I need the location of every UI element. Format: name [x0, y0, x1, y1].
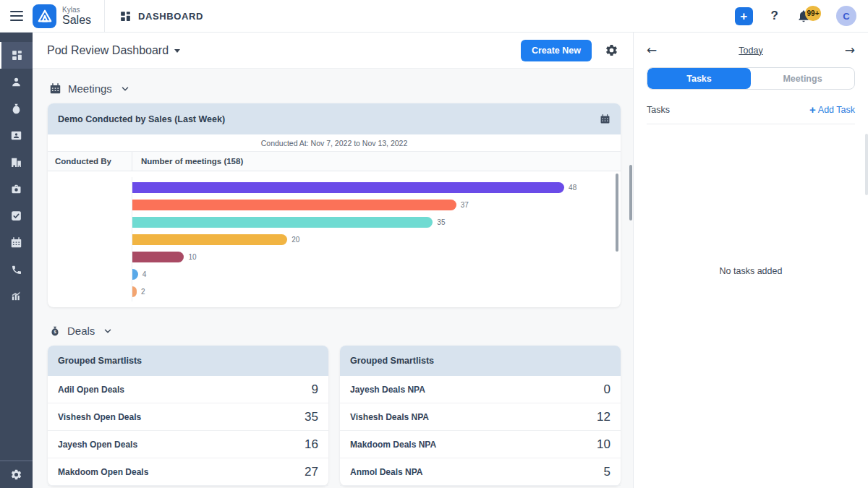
- dashboard-selector[interactable]: Pod Review Dashboard: [47, 44, 180, 57]
- tasks-header-row: Tasks + Add Task: [647, 103, 855, 116]
- panel-scrollbar[interactable]: [865, 134, 868, 195]
- chart-scrollbar[interactable]: [616, 174, 618, 252]
- tab-tasks[interactable]: Tasks: [647, 68, 751, 89]
- bar[interactable]: [132, 234, 287, 245]
- sidebar-item-calls[interactable]: [0, 256, 33, 283]
- smartlist-card-title: Grouped Smartlists: [350, 356, 434, 366]
- chart-category-column: [48, 177, 132, 301]
- brand[interactable]: Kylas Sales: [33, 4, 104, 28]
- prev-day-button[interactable]: ←: [647, 44, 657, 56]
- sidebar-item-tasks[interactable]: [0, 202, 33, 229]
- smartlist-row[interactable]: Makdoom Deals NPA10: [340, 431, 621, 458]
- main-scrollbar[interactable]: [629, 165, 632, 221]
- meetings-chart-card: Demo Conducted by Sales (Last Week) Cond…: [48, 103, 621, 307]
- bar[interactable]: [132, 217, 433, 228]
- today-link[interactable]: Today: [739, 46, 762, 56]
- smartlist-value: 35: [305, 410, 318, 424]
- smartlist-label: Jayesh Open Deals: [58, 440, 137, 450]
- smartlist-rows: Jayesh Deals NPA0Vishesh Deals NPA12Makd…: [340, 376, 621, 486]
- reports-chart-icon: [10, 290, 22, 302]
- chart-date-filter-button[interactable]: [600, 114, 610, 124]
- page-title: Pod Review Dashboard: [47, 44, 169, 57]
- smartlist-value: 5: [604, 465, 610, 479]
- sidebar-item-companies[interactable]: [0, 149, 33, 176]
- brand-name: Kylas: [62, 6, 91, 14]
- smartlist-label: Jayesh Deals NPA: [350, 385, 425, 395]
- sidebar-item-deals[interactable]: [0, 95, 33, 122]
- leads-card-icon: [10, 129, 22, 142]
- chart-col1-header: Conducted By: [48, 152, 132, 171]
- smartlist-row[interactable]: Jayesh Deals NPA0: [340, 376, 621, 403]
- calls-phone-icon: [11, 264, 22, 275]
- chevron-down-icon: [120, 84, 130, 94]
- smartlist-card: Grouped Smartlists Adil Open Deals9Vishe…: [48, 346, 328, 486]
- main-header: Pod Review Dashboard Create New: [33, 33, 633, 69]
- nav-dashboard-label: DASHBOARD: [138, 11, 203, 22]
- smartlist-row[interactable]: Anmol Deals NPA5: [340, 458, 621, 486]
- bar-value-label: 10: [188, 253, 196, 261]
- bar-row: 10: [132, 248, 602, 265]
- quick-add-button[interactable]: +: [735, 7, 753, 25]
- smartlist-label: Anmol Deals NPA: [350, 467, 422, 477]
- brand-product: Sales: [62, 14, 91, 26]
- sidebar-item-reports[interactable]: [0, 283, 33, 309]
- date-navigator: ← Today →: [647, 44, 855, 56]
- sidebar-item-leads[interactable]: [0, 122, 33, 149]
- right-panel: ← Today → Tasks Meetings Tasks + Add Tas…: [633, 33, 868, 488]
- bar[interactable]: [132, 269, 138, 280]
- main-scroll-area: Meetings Demo Conducted by Sales (Last W…: [33, 69, 633, 488]
- chart-body: 483735201042: [48, 171, 621, 307]
- products-case-icon: [10, 183, 22, 195]
- chevron-down-icon: [174, 49, 180, 53]
- smartlist-label: Vishesh Deals NPA: [350, 412, 429, 422]
- nav-dashboard[interactable]: DASHBOARD: [105, 10, 203, 22]
- bar-value-label: 20: [292, 236, 299, 244]
- bar[interactable]: [132, 252, 184, 262]
- notifications-button[interactable]: 99+: [796, 9, 811, 23]
- bar[interactable]: [132, 182, 564, 193]
- bar[interactable]: [132, 286, 137, 297]
- settings-gear-icon: [10, 468, 22, 481]
- dashboard-grid-icon: [119, 10, 132, 22]
- bar[interactable]: [132, 200, 456, 210]
- smartlist-row[interactable]: Makdoom Open Deals27: [48, 458, 328, 486]
- create-new-button[interactable]: Create New: [521, 40, 592, 61]
- dashboard-settings-button[interactable]: [605, 43, 618, 57]
- tasks-check-icon: [10, 210, 22, 222]
- sidebar-item-meetings[interactable]: [0, 229, 33, 256]
- user-avatar[interactable]: C: [836, 6, 856, 26]
- smartlist-value: 9: [312, 382, 318, 397]
- empty-tasks-message: No tasks added: [647, 266, 855, 276]
- sidebar-item-products[interactable]: [0, 176, 33, 202]
- sidebar-item-contacts[interactable]: [0, 69, 33, 95]
- chevron-down-icon: [103, 326, 113, 336]
- smartlist-row[interactable]: Vishesh Open Deals35: [48, 403, 328, 431]
- smartlist-label: Makdoom Deals NPA: [350, 440, 436, 450]
- next-day-button[interactable]: →: [845, 44, 855, 56]
- smartlist-card-title: Grouped Smartlists: [58, 356, 142, 366]
- add-task-button[interactable]: + Add Task: [809, 103, 855, 116]
- help-button[interactable]: ?: [771, 9, 778, 23]
- panel-tabs: Tasks Meetings: [647, 67, 855, 90]
- smartlist-row[interactable]: Vishesh Deals NPA12: [340, 403, 621, 431]
- main-content: Pod Review Dashboard Create New Meetings: [33, 33, 633, 488]
- calendar-icon: [49, 82, 61, 95]
- plus-icon: +: [809, 103, 816, 116]
- calendar-icon: [10, 236, 22, 249]
- bar-row: 35: [132, 213, 602, 231]
- menu-icon[interactable]: [0, 11, 33, 22]
- sidebar: [0, 33, 33, 488]
- chart-title: Demo Conducted by Sales (Last Week): [58, 114, 225, 124]
- panel-divider: [647, 124, 855, 124]
- collapse-meetings-button[interactable]: [120, 84, 130, 94]
- collapse-deals-button[interactable]: [103, 326, 113, 336]
- chart-col2-header: Number of meetings (158): [132, 152, 621, 171]
- bar-value-label: 4: [142, 270, 147, 278]
- smartlist-row[interactable]: Jayesh Open Deals16: [48, 431, 328, 458]
- sidebar-item-dashboard[interactable]: [0, 42, 33, 69]
- sidebar-item-settings[interactable]: [0, 461, 33, 488]
- smartlist-label: Adil Open Deals: [58, 385, 124, 395]
- bar-value-label: 2: [141, 288, 145, 296]
- tab-meetings[interactable]: Meetings: [751, 68, 854, 89]
- smartlist-row[interactable]: Adil Open Deals9: [48, 376, 328, 403]
